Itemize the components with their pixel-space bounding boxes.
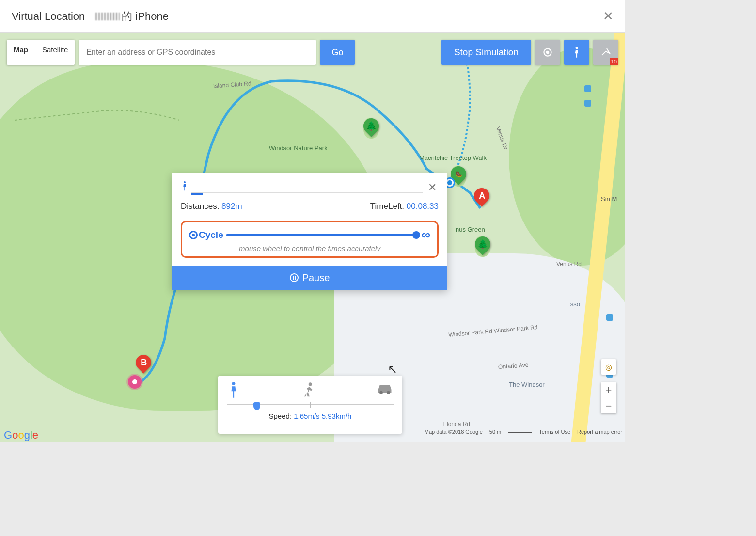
bus-icon [584,100,591,107]
scale-label: 50 m [489,429,501,441]
bus-icon [584,85,591,92]
svg-point-5 [309,382,312,386]
report-link[interactable]: Report a map error [577,429,622,441]
cycle-hint: mouse wheel to control the times accurat… [189,244,430,252]
poi-venus-green[interactable]: nus Green [456,226,485,233]
map-type-toggle: Map Satellite [7,40,75,65]
distances-label: Distances: [181,202,219,211]
drive-speed-icon[interactable] [376,381,394,402]
device-blur [95,13,120,20]
svg-point-7 [387,391,390,394]
map-type-map[interactable]: Map [7,40,35,65]
map-data-label: Map data ©2018 Google [425,429,483,441]
cycle-label: Cycle [189,230,223,240]
timeleft-value: 00:08:33 [407,202,439,211]
svg-point-6 [379,391,383,394]
speed-panel: Speed: 1.65m/s 5.93km/h [218,376,402,434]
infinity-icon: ∞ [421,227,430,242]
zoom-control: + − [601,382,616,413]
titlebar: Virtual Location 的 iPhone ✕ [0,0,625,33]
svg-point-4 [232,382,236,385]
locate-button[interactable] [535,40,560,65]
speed-prefix: Speed: [269,412,292,420]
poi-esso[interactable]: Esso [566,300,580,308]
google-logo: Google [4,429,38,441]
target-icon [189,231,198,239]
poi-windsor-park[interactable]: Windsor Nature Park [269,144,328,152]
scale-bar [508,432,532,441]
pause-label: Pause [302,272,330,284]
poi-sinm[interactable]: Sin M [601,195,617,203]
svg-point-3 [184,181,186,183]
go-button[interactable]: Go [320,40,355,65]
zoom-in-button[interactable]: + [601,382,616,398]
cycle-slider[interactable] [226,234,419,236]
poi-windsor[interactable]: The Windsor [509,381,545,388]
zoom-out-button[interactable]: − [601,398,616,413]
recenter-button[interactable]: ◎ [601,359,616,375]
timeleft-label: TimeLeft: [370,202,404,211]
marker-b[interactable]: B [136,355,151,375]
terms-link[interactable]: Terms of Use [539,429,570,441]
marker-a-label: A [479,191,485,201]
speed-value: 1.65m/s 5.93km/h [294,412,351,420]
device-suffix: 的 iPhone [122,9,169,24]
pause-icon [290,273,299,282]
target-dot [128,375,142,389]
run-speed-icon[interactable] [300,381,316,402]
simulation-popup: ✕ Distances: 892m TimeLeft: 00:08:33 Cyc… [172,173,447,290]
svg-point-2 [576,47,578,49]
road-label: Venus Rd [556,261,582,268]
toolbar: Map Satellite Go Stop Simulation 10 [7,40,618,65]
app-title: Virtual Location [12,10,85,23]
walk-icon [181,180,189,195]
device-name: 的 iPhone [94,9,169,24]
distances-value: 892m [221,202,242,211]
marker-a[interactable]: A [474,188,489,208]
popup-close-icon[interactable]: ✕ [426,180,439,195]
close-icon[interactable]: ✕ [603,9,614,24]
search-box[interactable] [79,40,316,65]
share-button[interactable]: 10 [593,40,618,65]
cycle-slider-thumb[interactable] [412,231,420,239]
stop-simulation-button[interactable]: Stop Simulation [441,40,531,65]
poi-marker-icon[interactable]: 🌲 [363,118,379,139]
poi-treetop[interactable]: Macritchie Treetop Walk [419,154,487,161]
walk-mode-button[interactable] [564,40,589,65]
map-canvas[interactable]: Island Club Rd Venus Dr Venus Rd Windsor… [0,33,625,442]
map-type-satellite[interactable]: Satellite [35,40,75,65]
share-badge: 10 [610,58,618,65]
walk-speed-icon[interactable] [227,381,240,402]
road-label: Florida Rd [443,421,470,427]
search-input[interactable] [86,48,308,57]
marker-b-label: B [141,358,147,368]
bus-icon [606,314,613,321]
poi-marker-icon[interactable]: 🌲 [475,236,490,257]
progress-track [191,192,423,193]
svg-point-1 [547,51,549,53]
speed-slider-thumb[interactable] [253,402,260,410]
speed-slider[interactable] [227,404,394,405]
pause-button[interactable]: Pause [172,266,447,290]
map-footer: Google Map data ©2018 Google 50 m Terms … [4,429,622,441]
road-label: Venus Dr [494,126,509,150]
cycle-control[interactable]: Cycle ∞ mouse wheel to control the times… [181,221,439,258]
